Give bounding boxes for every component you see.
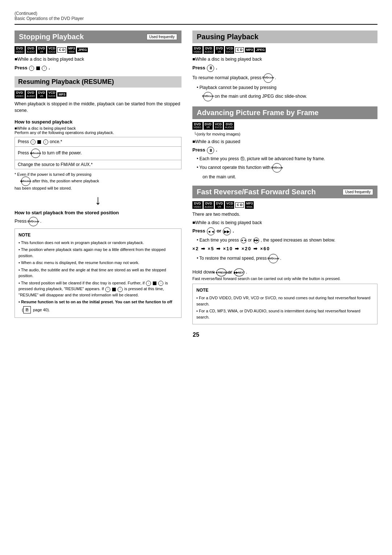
suspend-step-2-text: Press ⏻/IAUDIO to turn off the power. xyxy=(15,146,181,160)
stopping-playback-title: Stopping Playback xyxy=(19,33,84,41)
pausing-format-badges: DVDVIDEO DVDAUDIO DVDVR VCDSVCD C D MP3 … xyxy=(192,46,377,54)
s1-btn2-icon xyxy=(37,140,41,144)
suspend-disc-line: ■While a disc is being played back xyxy=(15,126,181,130)
suspend-step-2: Press ⏻/IAUDIO to turn off the power. xyxy=(15,146,181,160)
fmt-dvd-video: DVDVIDEO xyxy=(15,46,25,54)
stopping-format-badges: DVDVIDEO DVDAUDIO DVDVR VCDSVCD C D MP3W… xyxy=(15,46,181,54)
advancing-disc-line: ■While a disc is paused xyxy=(192,138,377,145)
fmt-dvd-vr: DVDVR xyxy=(37,46,46,54)
continued-label: (Continued) xyxy=(15,11,377,16)
stopping-used-frequently-badge: Used frequently xyxy=(147,34,177,40)
pausing-playback-title: Pausing Playback xyxy=(197,33,258,41)
stopping-disc-line: ■While a disc is being played back xyxy=(15,56,181,63)
fast-search-press-line: Press ◄◄ or ▶▶ . xyxy=(192,227,377,235)
page-number: 25 xyxy=(15,332,377,338)
speed-line: ×2 ➡ ×5 ➡ ×10 ➡ ×20 ➡ ×60 xyxy=(192,246,377,252)
note-item-1: • This function does not work in program… xyxy=(19,240,177,246)
fmt-fs-cd: C D xyxy=(235,202,244,208)
resuming-intro: When playback is stopped in the middle, … xyxy=(15,101,181,114)
suspend-step-1: Press ○ ○ once.* xyxy=(15,137,181,147)
advancing-pause-icon: ⏸ xyxy=(207,147,214,154)
fmt-r-dvd-vr: DVDVR xyxy=(37,90,46,98)
advancing-body: ■While a disc is paused Press ⏸ . Each t… xyxy=(192,138,377,181)
footnote1: * Even if the power is turned off by pre… xyxy=(15,172,181,177)
fmt-p-dvd-video: DVDVIDEO xyxy=(192,46,203,54)
resuming-format-badges: DVDVIDEO DVDAUDIO DVDVR VCDSVCD MP3 xyxy=(15,90,181,98)
fmt-cd: C D xyxy=(57,47,66,53)
advancing-format-badges: DVDVIDEO DVDVR VCDSVCD DVDAUDIO xyxy=(192,122,377,130)
n5-btn2-icon xyxy=(153,281,156,285)
fast-search-title-bar: Fast Reverse/Fast Forward Search Used fr… xyxy=(192,186,377,198)
footnote-icon-line: ⏻/IAUDIO after this, the position where … xyxy=(20,177,181,186)
fs-note-item-2: • For a CD, MP3, WMA, or DVD AUDIO, soun… xyxy=(196,308,373,320)
fwd-inline-icon: ▶▶ xyxy=(253,238,259,243)
pausing-body: ■While a disc is being played back Press… xyxy=(192,56,377,101)
fast-search-format-badges: DVDVIDEO DVDAUDIO DVDVR VCDSVCD C D MP3W… xyxy=(192,201,377,209)
fast-search-used-frequently-badge: Used frequently xyxy=(343,189,373,195)
fmt-fs-mp3-wma: MP3WMA xyxy=(245,201,254,209)
fwd-btn-icon[interactable]: ▶▶ xyxy=(223,227,231,235)
fmt-p-mp3: MP3 xyxy=(245,48,254,52)
fs-dvd-restore-icon: DVDCh/W xyxy=(269,254,278,263)
advancing-title: Advancing Picture Frame by Frame xyxy=(197,109,319,117)
advancing-bullet1: Each time you press ⑪, picture will be a… xyxy=(197,155,377,162)
hold-rew-icon[interactable]: ◄◄ PREVIOUS xyxy=(216,268,226,276)
pausing-press-line: Press ⏸ . xyxy=(192,64,377,72)
fast-search-note-box: NOTE • For a DVD VIDEO, DVD VR, VCD or S… xyxy=(192,284,377,324)
stopping-body: ■While a disc is being played back Press… xyxy=(15,56,181,71)
n5-btn4-icon: ○ xyxy=(105,287,110,292)
fmt-p-dvd-audio: DVDAUDIO xyxy=(204,46,214,54)
page-ref-icon: 🖹 xyxy=(23,306,31,314)
subtitle-label: Basic Operations of the DVD Player xyxy=(15,16,377,21)
n5-btn5-icon xyxy=(112,288,116,291)
resuming-playback-title: Resuming Playback (RESUME) xyxy=(15,76,181,88)
suspend-intro: Perform any of the following operations … xyxy=(15,130,181,135)
fast-search-bullet1: Each time you press ◄◄ or ▶▶ , the speed… xyxy=(197,237,377,243)
s1-btn3-icon: ○ xyxy=(43,139,48,145)
pause-btn-icon: ⏸ xyxy=(207,65,214,72)
arrow-down-icon: ↓ xyxy=(15,193,181,208)
note-item-2: • The position where playback starts aga… xyxy=(19,247,177,259)
rew-btn-icon[interactable]: ◄◄ xyxy=(207,227,215,235)
suspend-title: How to suspend playback xyxy=(15,119,181,125)
s1-btn1-icon: ○ xyxy=(30,139,36,145)
fmt-r-dvd-audio: DVDAUDIO xyxy=(26,90,36,98)
footnote2: has been stopped will be stored. xyxy=(15,186,181,190)
pausing-dvd-unit-icon-line: DVDCh/W on the main unit during JPEG dis… xyxy=(203,92,377,101)
pausing-playback-title-bar: Pausing Playback xyxy=(192,31,377,43)
fmt-fs-vcd-svcd: VCDSVCD xyxy=(225,201,234,209)
pausing-disc-line: ■While a disc is being played back xyxy=(192,56,377,63)
n5-btn1-icon: ○ xyxy=(146,281,151,286)
note-item-5: • The stored position will be cleared if… xyxy=(19,280,177,298)
pausing-resume-text: To resume normal playback, press DVDCh/W… xyxy=(192,73,377,83)
note-item-3: • When a disc menu is displayed, the res… xyxy=(19,260,177,266)
power-icon: ⏻/IAUDIO xyxy=(31,149,40,158)
fmt-mp3-wma: MP3WMA xyxy=(67,46,76,54)
fmt-a-vcd-svcd: VCDSVCD xyxy=(214,122,223,130)
fmt-p-dvd-vr: DVDVR xyxy=(215,46,224,54)
left-column: Stopping Playback Used frequently DVDVID… xyxy=(15,31,181,324)
advancing-main-unit-text: on the main unit. xyxy=(203,174,377,181)
fast-search-two-methods: There are two methods. xyxy=(192,211,377,218)
pausing-dvd-icon: DVDCh/W xyxy=(264,73,273,83)
fast-search-title: Fast Reverse/Fast Forward Search xyxy=(197,188,316,196)
right-column: Pausing Playback DVDVIDEO DVDAUDIO DVDVR… xyxy=(192,31,377,324)
header: (Continued) Basic Operations of the DVD … xyxy=(15,11,377,21)
fmt-r-dvd-video: DVDVIDEO xyxy=(15,90,25,98)
n5-btn6-icon: ○ xyxy=(118,287,123,292)
advancing-dvd-icon: DVDCh/W xyxy=(272,163,282,173)
note-box: NOTE • This function does not work in pr… xyxy=(15,228,181,318)
fmt-p-jpeg: JPEG xyxy=(255,48,266,52)
note-item-6: • Resume function is set to on as the in… xyxy=(19,299,177,305)
suspend-step-1-text: Press ○ ○ once.* xyxy=(15,137,181,147)
fmt-jpeg: JPEG xyxy=(77,48,88,52)
fmt-p-vcd-svcd: VCDSVCD xyxy=(225,46,234,54)
stopping-press-line: Press ○ ○ . xyxy=(15,64,181,72)
advancing-format-note: └(only for moving images) xyxy=(194,132,377,136)
fast-search-note-title: NOTE xyxy=(196,287,373,293)
pausing-dvd-unit-icon: DVDCh/W xyxy=(203,92,213,101)
fmt-p-cd: C D xyxy=(235,47,244,53)
footnote-power-icon: ⏻/IAUDIO xyxy=(21,177,30,186)
hold-fwd-icon[interactable]: ▶▶ NEXT xyxy=(234,268,244,276)
main-content: Stopping Playback Used frequently DVDVID… xyxy=(15,31,377,324)
